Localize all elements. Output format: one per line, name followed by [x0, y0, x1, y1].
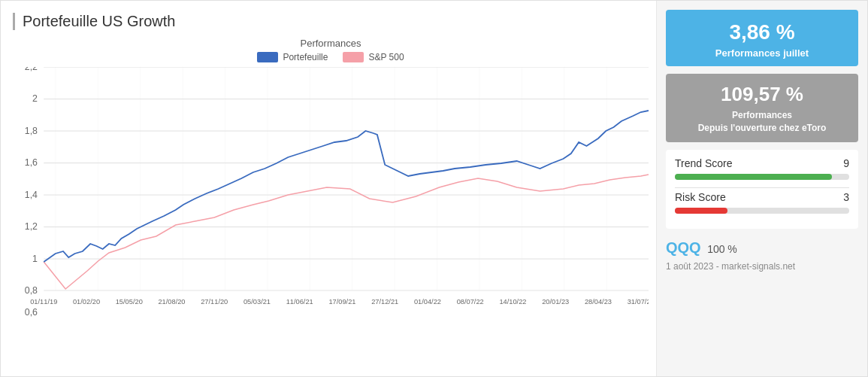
chart-svg-container: 2,2 2 1,8 1,6 1,4 1,2 1 0,8 0,6 01/11/19: [13, 67, 649, 323]
risk-score-bar-bg: [675, 208, 849, 214]
trend-score-label: Trend Score: [675, 157, 733, 169]
svg-text:1,2: 1,2: [25, 222, 38, 233]
trend-score-value: 9: [843, 157, 849, 169]
svg-text:27/12/21: 27/12/21: [371, 298, 398, 306]
risk-score-value: 3: [843, 191, 849, 203]
svg-text:08/07/22: 08/07/22: [457, 298, 484, 306]
left-panel: Portefeuille US Growth Performances Port…: [1, 1, 657, 376]
date-source-label: 1 août 2023 - market-signals.net: [666, 261, 858, 272]
perf-july-card: 3,86 % Performances juillet: [666, 10, 858, 66]
legend-label-sp500: S&P 500: [368, 52, 404, 62]
right-panel: 3,86 % Performances juillet 109,57 % Per…: [657, 1, 867, 376]
score-divider: [675, 187, 849, 188]
svg-text:1,4: 1,4: [25, 190, 38, 200]
svg-text:1,8: 1,8: [25, 126, 38, 136]
perf-total-label: PerformancesDepuis l'ouverture chez eTor…: [673, 109, 851, 135]
svg-text:17/09/21: 17/09/21: [328, 298, 355, 306]
perf-july-value: 3,86 %: [673, 20, 851, 44]
legend-label-portefeuille: Portefeuille: [283, 52, 328, 62]
svg-text:2: 2: [32, 94, 38, 105]
perf-total-value: 109,57 %: [673, 83, 851, 106]
scores-section: Trend Score 9 Risk Score 3: [666, 150, 858, 229]
svg-text:05/03/21: 05/03/21: [243, 298, 271, 306]
trend-score-row: Trend Score 9: [675, 157, 849, 169]
svg-text:1: 1: [32, 254, 38, 264]
legend-item-sp500: S&P 500: [343, 52, 404, 62]
chart-area: Performances Portefeuille S&P 500: [13, 38, 649, 369]
svg-text:2,2: 2,2: [25, 67, 38, 72]
legend-color-sp500: [343, 52, 364, 62]
svg-text:21/08/20: 21/08/20: [158, 298, 185, 306]
chart-title: Performances: [13, 38, 649, 49]
svg-text:15/05/20: 15/05/20: [116, 298, 143, 306]
qqq-section: QQQ 100 % 1 août 2023 - market-signals.n…: [666, 236, 858, 275]
svg-text:11/06/21: 11/06/21: [286, 298, 313, 306]
page-title: Portefeuille US Growth: [13, 13, 649, 30]
perf-total-card: 109,57 % PerformancesDepuis l'ouverture …: [666, 74, 858, 142]
svg-rect-0: [44, 67, 649, 290]
trend-score-bar-fill: [675, 174, 832, 180]
risk-score-bar-fill: [675, 208, 727, 214]
trend-score-bar-bg: [675, 174, 849, 180]
svg-text:31/07/23: 31/07/23: [628, 298, 649, 306]
svg-text:27/11/20: 27/11/20: [201, 298, 228, 306]
risk-score-label: Risk Score: [675, 191, 726, 203]
svg-text:0,8: 0,8: [25, 285, 38, 296]
svg-text:20/01/23: 20/01/23: [542, 298, 569, 306]
svg-text:01/02/20: 01/02/20: [73, 298, 100, 306]
svg-text:01/04/22: 01/04/22: [414, 298, 441, 306]
perf-july-label: Performances juillet: [673, 47, 851, 59]
svg-text:1,6: 1,6: [25, 158, 38, 169]
qqq-ticker: QQQ: [666, 239, 701, 256]
qqq-pct: 100 %: [707, 243, 737, 255]
chart-legend: Portefeuille S&P 500: [13, 52, 649, 62]
svg-text:01/11/19: 01/11/19: [30, 298, 57, 306]
svg-text:14/10/22: 14/10/22: [499, 298, 526, 306]
legend-item-portefeuille: Portefeuille: [257, 52, 328, 62]
legend-color-portefeuille: [257, 52, 278, 62]
chart-svg: 2,2 2 1,8 1,6 1,4 1,2 1 0,8 0,6 01/11/19: [13, 67, 649, 323]
svg-text:0,6: 0,6: [25, 307, 38, 318]
svg-text:28/04/23: 28/04/23: [585, 298, 612, 306]
risk-score-row: Risk Score 3: [675, 191, 849, 203]
